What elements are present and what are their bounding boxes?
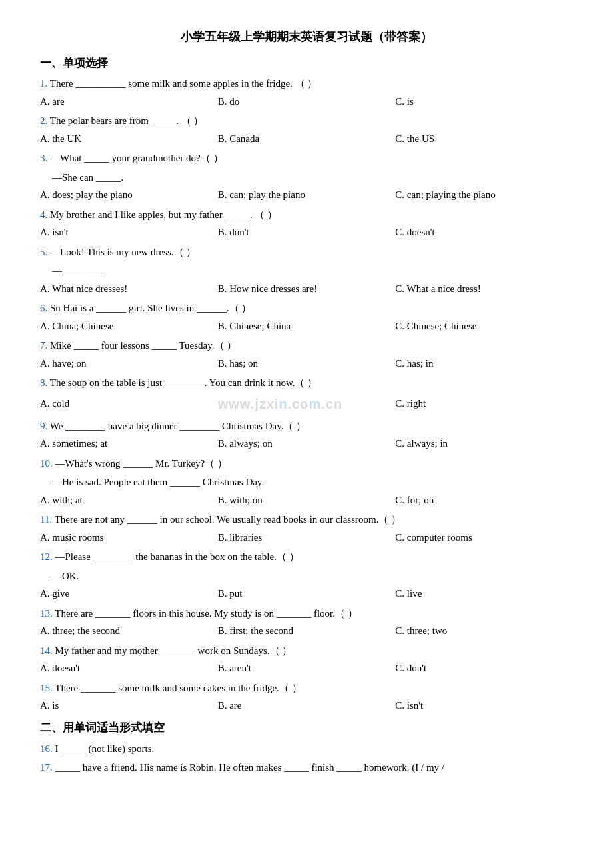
q10-text: —What's wrong ______ Mr. Turkey?（ ） [55, 458, 228, 469]
q12-text: —Please ________ the bananas in the box … [55, 551, 299, 562]
q17-text: _____ have a friend. His name is Robin. … [55, 762, 444, 773]
q5-optA: A. What nice dresses! [40, 281, 218, 298]
q5-optB: B. How nice dresses are! [218, 281, 396, 298]
q4-num: 4. [40, 209, 47, 220]
q14-optB: B. aren't [218, 660, 396, 677]
q17-num: 17. [40, 762, 53, 773]
question-16: 16. I _____ (not like) sports. [40, 741, 573, 758]
q10-sub: —He is sad. People eat them ______ Chris… [52, 477, 264, 487]
q2-optA: A. the UK [40, 131, 218, 148]
q3-sub: —She can _____. [52, 172, 123, 183]
q10-optB: B. with; on [218, 492, 396, 509]
question-12: 12. —Please ________ the bananas in the … [40, 549, 573, 603]
q11-optC: C. computer rooms [395, 529, 573, 547]
q3-optC: C. can; playing the piano [395, 187, 573, 204]
question-15: 15. There _______ some milk and some cak… [40, 680, 573, 715]
q10-optA: A. with; at [40, 492, 218, 509]
question-2: 2. The polar bears are from _____. （ ） A… [40, 113, 573, 147]
q3-num: 3. [40, 153, 47, 163]
q10-num: 10. [40, 458, 53, 469]
question-7: 7. Mike _____ four lessons _____ Tuesday… [40, 337, 573, 372]
q9-text: We ________ have a big dinner ________ C… [50, 421, 306, 431]
q7-optB: B. has; on [218, 355, 396, 373]
q13-text: There are _______ floors in this house. … [55, 608, 358, 619]
q1-text: There __________ some milk and some appl… [50, 78, 318, 89]
q12-optC: C. live [395, 585, 573, 603]
q8-optB-wrapper: www.jzxin.com.cn B. hot [218, 393, 396, 415]
q11-num: 11. [40, 514, 52, 525]
q7-optC: C. has; in [395, 355, 573, 373]
q2-text: The polar bears are from _____. （ ） [50, 115, 204, 126]
page-title: 小学五年级上学期期末英语复习试题（带答案） [40, 27, 573, 47]
q16-num: 16. [40, 743, 53, 754]
q9-optB: B. always; on [218, 435, 396, 453]
question-10: 10. —What's wrong ______ Mr. Turkey?（ ） … [40, 455, 573, 509]
q10-optC: C. for; on [395, 492, 573, 509]
q2-optC: C. the US [395, 131, 573, 148]
question-5: 5. —Look! This is my new dress.（ ） —____… [40, 244, 573, 298]
q8-optA: A. cold [40, 395, 218, 413]
q15-text: There _______ some milk and some cakes i… [55, 683, 301, 693]
q11-optB: B. libraries [218, 529, 396, 547]
q2-optB: B. Canada [218, 131, 396, 148]
q15-optB: B. are [218, 697, 396, 715]
q8-num: 8. [40, 377, 47, 388]
q1-optC: C. is [395, 93, 573, 111]
q8-text: The soup on the table is just ________. … [50, 377, 318, 388]
q12-optB: B. put [218, 585, 396, 603]
q5-sub: —________ [52, 265, 102, 276]
q6-optA: A. China; Chinese [40, 318, 218, 335]
q6-optC: C. Chinese; Chinese [395, 318, 573, 335]
q13-num: 13. [40, 608, 53, 619]
q12-optA: A. give [40, 585, 218, 603]
q4-optC: C. doesn't [395, 224, 573, 241]
question-17: 17. _____ have a friend. His name is Rob… [40, 759, 573, 777]
q9-num: 9. [40, 421, 47, 431]
question-3: 3. —What _____ your grandmother do?（ ） —… [40, 150, 573, 204]
q16-text: I _____ (not like) sports. [55, 743, 155, 754]
q3-optB: B. can; play the piano [218, 187, 396, 204]
question-9: 9. We ________ have a big dinner _______… [40, 418, 573, 453]
q5-optC: C. What a nice dress! [395, 281, 573, 298]
section1-heading: 一、单项选择 [40, 54, 573, 73]
q14-optC: C. don't [395, 660, 573, 677]
question-8: 8. The soup on the table is just _______… [40, 375, 573, 415]
q7-optA: A. have; on [40, 355, 218, 373]
section2-heading: 二、用单词适当形式填空 [40, 719, 573, 738]
q7-text: Mike _____ four lessons _____ Tuesday.（ … [50, 340, 237, 351]
q11-text: There are not any ______ in our school. … [55, 514, 402, 525]
q13-optA: A. three; the second [40, 623, 218, 640]
q5-num: 5. [40, 247, 47, 257]
q1-num: 1. [40, 78, 47, 89]
q4-text: My brother and I like apples, but my fat… [50, 209, 277, 220]
q13-optB: B. first; the second [218, 623, 396, 640]
q6-text: Su Hai is a ______ girl. She lives in __… [50, 303, 252, 313]
question-1: 1. There __________ some milk and some a… [40, 75, 573, 110]
q11-optA: A. music rooms [40, 529, 218, 547]
q15-optA: A. is [40, 697, 218, 715]
q14-optA: A. doesn't [40, 660, 218, 677]
q15-optC: C. isn't [395, 697, 573, 715]
q12-sub: —OK. [52, 571, 79, 581]
question-13: 13. There are _______ floors in this hou… [40, 605, 573, 640]
q3-text: —What _____ your grandmother do?（ ） [50, 153, 223, 163]
q4-optB: B. don't [218, 224, 396, 241]
q4-optA: A. isn't [40, 224, 218, 241]
q8-optC: C. right [395, 395, 573, 413]
q9-optC: C. always; in [395, 435, 573, 453]
question-11: 11. There are not any ______ in our scho… [40, 511, 573, 546]
q12-num: 12. [40, 551, 53, 562]
question-4: 4. My brother and I like apples, but my … [40, 207, 573, 241]
q14-num: 14. [40, 645, 53, 656]
q1-optA: A. are [40, 93, 218, 111]
q1-optB: B. do [218, 93, 396, 111]
q6-num: 6. [40, 303, 47, 313]
q2-num: 2. [40, 115, 47, 126]
question-14: 14. My father and my mother _______ work… [40, 643, 573, 677]
q9-optA: A. sometimes; at [40, 435, 218, 453]
q15-num: 15. [40, 683, 53, 693]
q3-optA: A. does; play the piano [40, 187, 218, 204]
question-6: 6. Su Hai is a ______ girl. She lives in… [40, 300, 573, 335]
q6-optB: B. Chinese; China [218, 318, 396, 335]
q8-watermark: www.jzxin.com.cn [218, 393, 343, 415]
